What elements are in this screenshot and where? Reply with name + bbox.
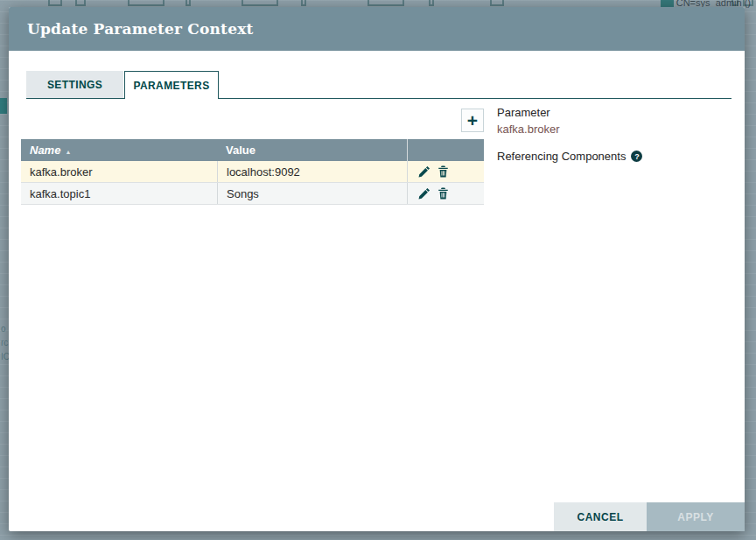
edit-icon[interactable]	[418, 165, 430, 178]
table-row[interactable]: kafka.topic1 Songs	[21, 183, 484, 205]
table-row[interactable]: kafka.broker localhost:9092	[21, 161, 484, 183]
edit-icon[interactable]	[418, 187, 430, 200]
column-header-name[interactable]: Name▲	[21, 144, 217, 157]
background-toolbar-icon	[186, 0, 191, 6]
sort-asc-icon: ▲	[65, 149, 71, 155]
update-parameter-context-dialog: Update Parameter Context SETTINGS PARAME…	[9, 7, 745, 531]
dialog-title: Update Parameter Context	[27, 20, 254, 38]
background-canvas-icon	[0, 98, 7, 114]
background-toolbar-icon	[429, 0, 434, 6]
delete-icon[interactable]	[438, 187, 450, 200]
dialog-header: Update Parameter Context	[9, 7, 745, 51]
help-icon[interactable]: ?	[631, 151, 642, 162]
row-actions	[407, 161, 484, 182]
background-toolbar-icon	[490, 0, 504, 6]
apply-button[interactable]: APPLY	[647, 502, 745, 531]
parameter-name-cell: kafka.broker	[21, 165, 217, 179]
tab-parameters[interactable]: PARAMETERS	[124, 71, 219, 99]
selected-parameter-name: kafka.broker	[497, 123, 560, 136]
background-text-fragment: o	[1, 324, 6, 333]
background-text-fragment: rc	[1, 338, 8, 347]
cancel-button[interactable]: CANCEL	[554, 502, 647, 531]
background-toolbar-icon	[661, 0, 674, 7]
delete-icon[interactable]	[438, 165, 450, 178]
tab-settings[interactable]: SETTINGS	[26, 71, 123, 98]
background-toolbar-icon	[75, 0, 86, 6]
parameter-label: Parameter	[497, 106, 550, 119]
background-toolbar-icon	[368, 0, 404, 6]
column-header-value[interactable]: Value	[217, 144, 407, 157]
column-header-actions	[407, 139, 484, 161]
parameters-table: Name▲ Value kafka.broker localhost:9092	[21, 139, 484, 205]
background-toolbar-icon	[48, 0, 62, 6]
parameter-value-cell: localhost:9092	[217, 161, 407, 182]
row-actions	[407, 183, 484, 204]
background-toolbar-icon	[128, 0, 164, 6]
referencing-components-label: Referencing Components	[497, 150, 626, 163]
parameter-name-cell: kafka.topic1	[21, 187, 217, 200]
add-parameter-button[interactable]: +	[461, 109, 484, 132]
table-header-row: Name▲ Value	[21, 139, 484, 161]
parameter-value-cell: Songs	[217, 183, 407, 204]
modal-backdrop: CN=sys_admin () o rc IC Update Parameter…	[0, 0, 756, 540]
background-toolbar-icon	[301, 0, 306, 6]
referencing-components-section: Referencing Components ?	[497, 150, 642, 163]
background-toolbar-icon	[242, 0, 278, 6]
